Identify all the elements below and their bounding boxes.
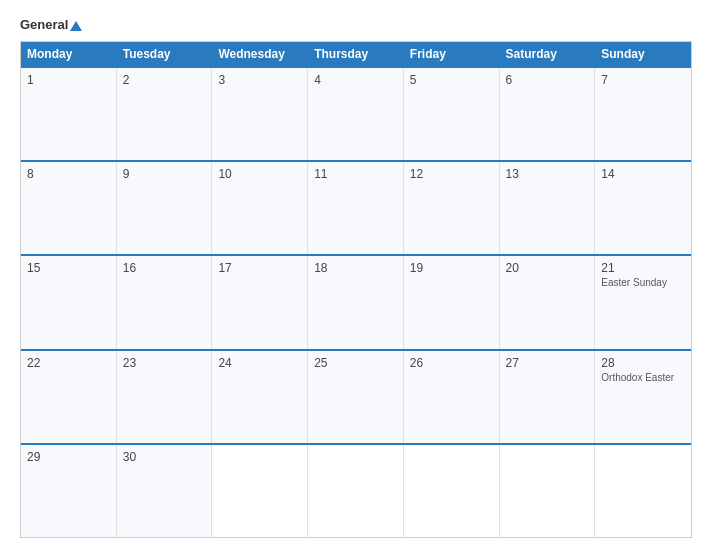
calendar-cell: 6 — [500, 68, 596, 160]
calendar-cell: 14 — [595, 162, 691, 254]
cell-date: 8 — [27, 167, 110, 181]
cell-date: 19 — [410, 261, 493, 275]
calendar-header-day: Saturday — [500, 42, 596, 66]
cell-date: 7 — [601, 73, 685, 87]
logo-general-text: General — [20, 18, 82, 31]
calendar-cell: 25 — [308, 351, 404, 443]
calendar-body: 123456789101112131415161718192021Easter … — [21, 66, 691, 537]
cell-date: 23 — [123, 356, 206, 370]
calendar-header-day: Thursday — [308, 42, 404, 66]
cell-date: 13 — [506, 167, 589, 181]
calendar-cell: 11 — [308, 162, 404, 254]
cell-date: 6 — [506, 73, 589, 87]
calendar-cell — [404, 445, 500, 537]
calendar-cell: 18 — [308, 256, 404, 348]
calendar-page: General MondayTuesdayWednesdayThursdayFr… — [0, 0, 712, 550]
cell-date: 20 — [506, 261, 589, 275]
calendar-cell: 22 — [21, 351, 117, 443]
calendar-header-day: Sunday — [595, 42, 691, 66]
calendar-row: 891011121314 — [21, 160, 691, 254]
cell-date: 28 — [601, 356, 685, 370]
calendar-header-day: Tuesday — [117, 42, 213, 66]
logo: General — [20, 18, 82, 31]
calendar-header-day: Friday — [404, 42, 500, 66]
calendar-cell — [500, 445, 596, 537]
cell-date: 15 — [27, 261, 110, 275]
calendar-cell: 3 — [212, 68, 308, 160]
calendar-cell: 21Easter Sunday — [595, 256, 691, 348]
calendar-cell: 23 — [117, 351, 213, 443]
calendar-cell: 28Orthodox Easter — [595, 351, 691, 443]
cell-date: 4 — [314, 73, 397, 87]
calendar-cell — [308, 445, 404, 537]
cell-date: 30 — [123, 450, 206, 464]
calendar-cell: 15 — [21, 256, 117, 348]
calendar-cell: 8 — [21, 162, 117, 254]
cell-event: Orthodox Easter — [601, 372, 685, 383]
calendar-header: MondayTuesdayWednesdayThursdayFridaySatu… — [21, 42, 691, 66]
calendar-cell: 13 — [500, 162, 596, 254]
logo-triangle-icon — [70, 21, 82, 31]
calendar-cell: 16 — [117, 256, 213, 348]
cell-date: 3 — [218, 73, 301, 87]
cell-date: 27 — [506, 356, 589, 370]
cell-date: 22 — [27, 356, 110, 370]
calendar-cell: 12 — [404, 162, 500, 254]
cell-event: Easter Sunday — [601, 277, 685, 288]
calendar-cell: 30 — [117, 445, 213, 537]
calendar-cell: 10 — [212, 162, 308, 254]
calendar-cell: 17 — [212, 256, 308, 348]
calendar-header-day: Wednesday — [212, 42, 308, 66]
calendar-row: 22232425262728Orthodox Easter — [21, 349, 691, 443]
cell-date: 18 — [314, 261, 397, 275]
cell-date: 24 — [218, 356, 301, 370]
cell-date: 5 — [410, 73, 493, 87]
calendar-row: 2930 — [21, 443, 691, 537]
calendar-cell: 7 — [595, 68, 691, 160]
calendar-cell: 20 — [500, 256, 596, 348]
cell-date: 17 — [218, 261, 301, 275]
calendar-row: 15161718192021Easter Sunday — [21, 254, 691, 348]
cell-date: 10 — [218, 167, 301, 181]
calendar-cell: 1 — [21, 68, 117, 160]
calendar-cell: 5 — [404, 68, 500, 160]
cell-date: 2 — [123, 73, 206, 87]
calendar: MondayTuesdayWednesdayThursdayFridaySatu… — [20, 41, 692, 538]
cell-date: 25 — [314, 356, 397, 370]
cell-date: 1 — [27, 73, 110, 87]
calendar-cell: 9 — [117, 162, 213, 254]
calendar-cell: 29 — [21, 445, 117, 537]
cell-date: 12 — [410, 167, 493, 181]
cell-date: 9 — [123, 167, 206, 181]
calendar-cell: 19 — [404, 256, 500, 348]
cell-date: 14 — [601, 167, 685, 181]
cell-date: 26 — [410, 356, 493, 370]
calendar-cell: 26 — [404, 351, 500, 443]
cell-date: 29 — [27, 450, 110, 464]
calendar-header-day: Monday — [21, 42, 117, 66]
calendar-cell: 4 — [308, 68, 404, 160]
calendar-row: 1234567 — [21, 66, 691, 160]
calendar-cell: 2 — [117, 68, 213, 160]
calendar-cell — [595, 445, 691, 537]
calendar-cell — [212, 445, 308, 537]
cell-date: 21 — [601, 261, 685, 275]
calendar-cell: 27 — [500, 351, 596, 443]
cell-date: 11 — [314, 167, 397, 181]
page-header: General — [20, 18, 692, 31]
cell-date: 16 — [123, 261, 206, 275]
calendar-cell: 24 — [212, 351, 308, 443]
